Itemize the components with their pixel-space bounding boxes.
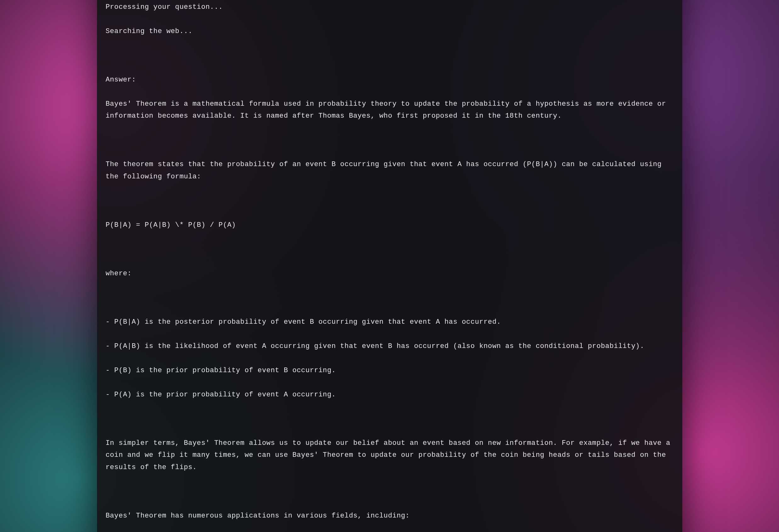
output-line: P(B|A) = P(A|B) \* P(B) / P(A) bbox=[106, 219, 673, 231]
output-line bbox=[106, 134, 673, 147]
output-line: - P(B) is the prior probability of event… bbox=[106, 364, 673, 377]
output-line: Searching the web... bbox=[106, 25, 673, 38]
output-line: Bayes' Theorem has numerous applications… bbox=[106, 510, 673, 522]
output-line: - P(B|A) is the posterior probability of… bbox=[106, 316, 673, 328]
output-line bbox=[106, 413, 673, 425]
terminal-window: .../Developer/Workspace/function_calling… bbox=[97, 0, 682, 532]
output-line bbox=[106, 244, 673, 256]
output-line bbox=[106, 486, 673, 498]
output-line: In simpler terms, Bayes' Theorem allows … bbox=[106, 437, 673, 474]
output-line: - P(A|B) is the likelihood of event A oc… bbox=[106, 340, 673, 353]
output-line: Answer: bbox=[106, 74, 673, 86]
output-line bbox=[106, 292, 673, 304]
terminal-body[interactable]: ~/Developer/Workspace/function_calling ✔… bbox=[97, 0, 682, 532]
output-line: where: bbox=[106, 268, 673, 280]
output-line: Bayes' Theorem is a mathematical formula… bbox=[106, 98, 673, 122]
terminal-output: What would you like to know? What is Bay… bbox=[106, 0, 673, 532]
output-line bbox=[106, 50, 673, 62]
output-line: The theorem states that the probability … bbox=[106, 158, 673, 183]
output-line: - P(A) is the prior probability of event… bbox=[106, 389, 673, 401]
output-line bbox=[106, 195, 673, 207]
output-line: Processing your question... bbox=[106, 1, 673, 13]
